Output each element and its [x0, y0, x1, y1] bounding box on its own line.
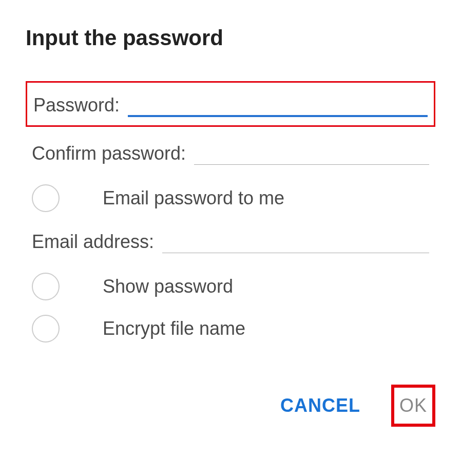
ok-button-highlight: OK — [391, 385, 435, 427]
encrypt-filename-row: Encrypt file name — [26, 309, 435, 349]
button-bar: CANCEL OK — [26, 385, 435, 427]
encrypt-filename-radio[interactable] — [32, 315, 60, 342]
password-dialog: Input the password Password: Confirm pas… — [0, 0, 461, 447]
show-password-label: Show password — [103, 276, 233, 297]
email-address-input[interactable] — [162, 231, 429, 253]
email-password-radio[interactable] — [32, 184, 60, 212]
password-row: Password: — [26, 81, 435, 127]
confirm-password-input[interactable] — [194, 142, 429, 165]
password-input[interactable] — [128, 93, 428, 117]
show-password-row: Show password — [26, 266, 435, 307]
encrypt-filename-label: Encrypt file name — [103, 318, 245, 339]
password-label: Password: — [33, 94, 120, 116]
email-password-label: Email password to me — [103, 187, 284, 209]
show-password-radio[interactable] — [32, 273, 60, 300]
dialog-title: Input the password — [26, 26, 435, 50]
email-address-label: Email address: — [32, 231, 154, 253]
email-checkbox-row: Email password to me — [26, 178, 435, 218]
cancel-button[interactable]: CANCEL — [280, 395, 360, 416]
confirm-password-label: Confirm password: — [32, 143, 186, 164]
ok-button[interactable]: OK — [399, 395, 427, 416]
confirm-password-row: Confirm password: — [26, 132, 435, 173]
email-address-row: Email address: — [26, 220, 435, 261]
